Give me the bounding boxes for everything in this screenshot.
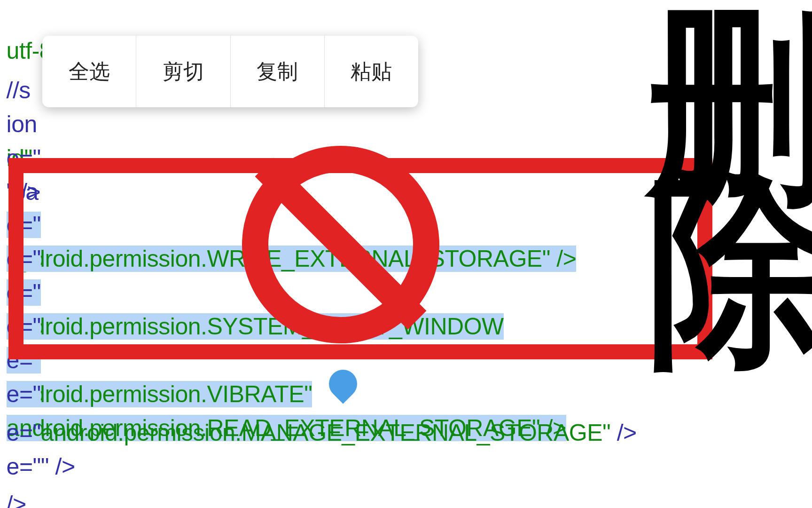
context-menu: 全选 剪切 复制 粘贴 bbox=[42, 36, 418, 107]
context-menu-paste[interactable]: 粘贴 bbox=[325, 36, 418, 107]
context-menu-copy[interactable]: 复制 bbox=[231, 36, 325, 107]
code-text: e=" bbox=[7, 145, 41, 171]
code-text: /> bbox=[7, 491, 26, 508]
context-menu-cut[interactable]: 剪切 bbox=[136, 36, 230, 107]
context-menu-select-all[interactable]: 全选 bbox=[42, 36, 136, 107]
